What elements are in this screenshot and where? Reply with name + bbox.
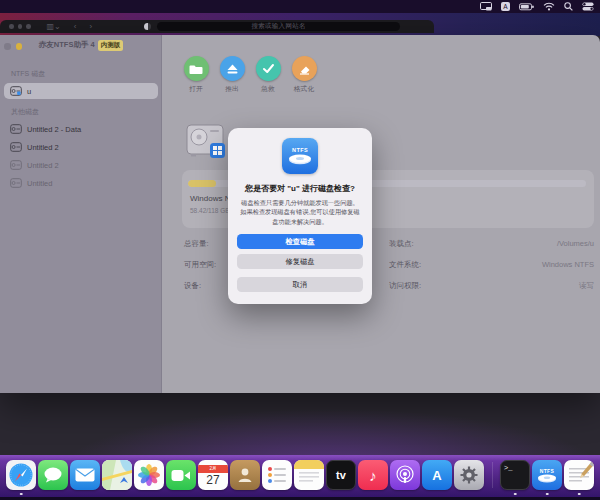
check-disk-button[interactable]: 检查磁盘 <box>237 234 363 249</box>
photos-icon <box>134 460 164 490</box>
sidebar-item-label: Untitled 2 <box>27 161 59 170</box>
mail-icon <box>70 460 100 490</box>
dialog-body: 磁盘检查只需要几分钟就能发现一些问题。如果检查发现磁盘有错误,您可以使用修复磁盘… <box>239 198 361 226</box>
contacts-icon <box>230 460 260 490</box>
sidebar-section-label: 其他磁盘 <box>11 107 162 117</box>
dock-item-safari[interactable] <box>6 460 36 490</box>
toolbar: 打开推出急救格式化 <box>178 56 322 94</box>
browser-traffic-lights[interactable] <box>9 24 31 29</box>
running-indicator <box>546 493 549 496</box>
dock-item-terminal[interactable]: >_ <box>500 460 530 490</box>
info-row: 文件系统:Windows NTFS <box>389 254 594 275</box>
dock-item-podcasts[interactable] <box>390 460 420 490</box>
toolbar-button-open[interactable]: 打开 <box>178 56 214 94</box>
info-label: 总容量: <box>184 239 209 249</box>
apple-menu-icon[interactable] <box>6 3 16 11</box>
reminders-icon <box>262 460 292 490</box>
ntfs-icon-label: NTFS <box>292 147 308 153</box>
podcasts-icon <box>390 460 420 490</box>
info-row: 访问权限:读写 <box>389 275 594 296</box>
dock-item-app-store[interactable]: A <box>422 460 452 490</box>
disk-list: NTFS 磁盘u其他磁盘Untitled 2 - DataUntitled 2U… <box>0 61 162 193</box>
info-row: 装载点:/Volumes/u <box>389 233 594 254</box>
dock-item-contacts[interactable] <box>230 460 260 490</box>
toolbar-button-first-aid[interactable]: 急救 <box>250 56 286 94</box>
disk-check-dialog: NTFS 您是否要对 "u" 进行磁盘检查? 磁盘检查只需要几分钟就能发现一些问… <box>228 128 372 304</box>
dock-item-maps[interactable] <box>102 460 132 490</box>
tab-overview-icon[interactable] <box>144 23 151 30</box>
back-icon[interactable]: ‹ <box>74 23 77 31</box>
menu-bar: A <box>0 0 600 13</box>
background-browser-toolbar[interactable]: ▥⌄ ‹ › 搜索或输入网站名 <box>0 20 434 33</box>
dock-item-notes[interactable] <box>294 460 324 490</box>
maps-icon <box>102 460 132 490</box>
cancel-button[interactable]: 取消 <box>237 277 363 292</box>
toolbar-label: 急救 <box>261 84 275 94</box>
apple-tv-icon: tv <box>326 460 356 490</box>
sidebar-item-disk[interactable]: Untitled 2 <box>4 157 158 173</box>
desktop: A ▥⌄ ‹ › 搜索或输入网站名 赤友NTFS助手 4内测版 NTFS 磁盘u… <box>0 0 600 500</box>
menu-bar-status-icons: A <box>480 2 594 11</box>
dock-item-system-settings[interactable] <box>454 460 484 490</box>
input-source-icon[interactable]: A <box>501 2 510 11</box>
sidebar-section-label: NTFS 磁盘 <box>11 69 162 79</box>
control-center-icon[interactable] <box>582 2 594 11</box>
ntfs-app-window: 赤友NTFS助手 4内测版 NTFS 磁盘u其他磁盘Untitled 2 - D… <box>0 35 600 393</box>
info-value: 读写 <box>579 281 594 291</box>
info-label: 文件系统: <box>389 260 421 270</box>
toolbar-button-eject[interactable]: 推出 <box>214 56 250 94</box>
search-icon[interactable] <box>564 2 573 11</box>
dock-item-ntfs-assistant[interactable]: NTFS <box>532 460 562 490</box>
sidebar-item-label: Untitled 2 - Data <box>27 125 81 134</box>
minimize-icon[interactable] <box>18 24 23 29</box>
dock-item-messages[interactable] <box>38 460 68 490</box>
ntfs-assistant-icon: NTFS <box>532 460 562 490</box>
sidebar-toggle-icon[interactable]: ▥⌄ <box>47 23 61 31</box>
notes-icon <box>294 460 324 490</box>
running-indicator <box>514 493 517 496</box>
desktop-area <box>0 393 600 455</box>
close-icon[interactable] <box>9 24 14 29</box>
dock-item-apple-tv[interactable]: tv <box>326 460 356 490</box>
toolbar-button-format[interactable]: 格式化 <box>286 56 322 94</box>
hard-drive-icon <box>186 123 228 165</box>
messages-icon <box>38 460 68 490</box>
svg-text:A: A <box>503 3 508 10</box>
external-drive-icon <box>10 174 22 192</box>
sidebar-item-label: Untitled 2 <box>27 143 59 152</box>
dock-item-mail[interactable] <box>70 460 100 490</box>
app-edition-badge: 内测版 <box>98 40 124 51</box>
info-label: 装载点: <box>389 239 414 249</box>
dock-item-photos[interactable] <box>134 460 164 490</box>
system-settings-icon <box>454 460 484 490</box>
sidebar-item-disk[interactable]: Untitled 2 - Data <box>4 121 158 137</box>
wifi-icon[interactable] <box>543 2 555 11</box>
forward-icon[interactable]: › <box>89 23 92 31</box>
textedit-icon <box>564 460 594 490</box>
battery-icon[interactable] <box>519 3 534 11</box>
screen-mirroring-icon[interactable] <box>480 2 492 11</box>
running-indicator <box>20 493 23 496</box>
dock-item-calendar[interactable]: 2月27 <box>198 460 228 490</box>
repair-disk-button[interactable]: 修复磁盘 <box>237 254 363 269</box>
dock-item-music[interactable]: ♪ <box>358 460 388 490</box>
info-label: 可用空间: <box>184 260 216 270</box>
zoom-icon[interactable] <box>26 24 31 29</box>
sidebar-item-disk[interactable]: u <box>4 83 158 99</box>
dock-item-textedit[interactable] <box>564 460 594 490</box>
dock-item-reminders[interactable] <box>262 460 292 490</box>
sidebar-item-disk[interactable]: Untitled 2 <box>4 139 158 155</box>
disk-platter-icon <box>288 154 312 165</box>
external-drive-icon <box>10 120 22 138</box>
address-bar[interactable]: 搜索或输入网站名 <box>157 22 400 31</box>
folder-icon <box>184 56 209 81</box>
usage-bar-fill <box>188 180 216 187</box>
external-drive-icon <box>10 82 22 100</box>
app-title: 赤友NTFS助手 4内测版 <box>0 40 162 51</box>
external-drive-icon <box>10 156 22 174</box>
sidebar-item-disk[interactable]: Untitled <box>4 175 158 191</box>
dock-item-facetime[interactable] <box>166 460 196 490</box>
info-value: Windows NTFS <box>542 260 594 269</box>
info-label: 设备: <box>184 281 201 291</box>
sidebar-item-label: u <box>27 87 31 96</box>
